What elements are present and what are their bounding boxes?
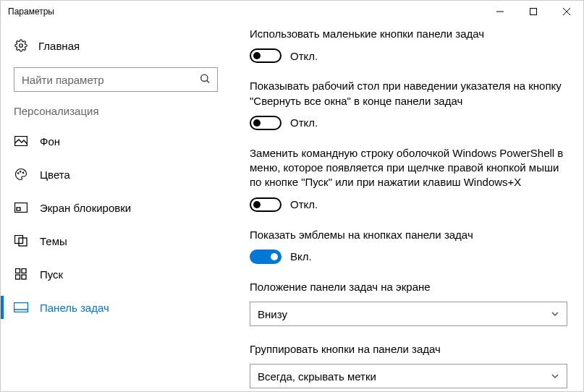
lockscreen-icon — [14, 203, 28, 213]
sidebar-item-label: Фон — [40, 135, 60, 148]
colors-icon — [14, 168, 28, 181]
setting-label: Положение панели задач на экране — [250, 280, 567, 294]
setting-label: Использовать маленькие кнопки панели зад… — [250, 27, 567, 41]
select-value: Внизу — [258, 308, 287, 320]
sidebar-item-label: Цвета — [40, 169, 70, 181]
toggle-powershell-replace[interactable] — [250, 197, 282, 212]
setting-taskbar-position: Положение панели задач на экране Внизу — [250, 280, 567, 326]
setting-label: Заменить командную строку оболочкой Wind… — [250, 146, 567, 190]
sidebar-item-label: Темы — [40, 235, 67, 247]
toggle-state: Откл. — [290, 50, 318, 62]
window-title: Параметры — [8, 7, 54, 17]
window-controls — [483, 1, 583, 22]
search-icon — [199, 73, 211, 87]
sidebar-item-start[interactable]: Пуск — [1, 257, 231, 291]
select-value: Всегда, скрывать метки — [258, 370, 376, 383]
sidebar-item-label: Экран блокировки — [40, 202, 131, 214]
svg-rect-16 — [22, 269, 26, 273]
themes-icon — [14, 235, 28, 247]
select-taskbar-position[interactable]: Внизу — [250, 302, 567, 326]
settings-window: Параметры Главная — [0, 0, 584, 392]
toggle-small-taskbar-buttons[interactable] — [250, 48, 282, 63]
svg-point-10 — [22, 172, 24, 174]
maximize-icon — [530, 8, 537, 15]
svg-rect-12 — [17, 208, 20, 210]
svg-rect-15 — [16, 269, 20, 273]
maximize-button[interactable] — [517, 1, 550, 22]
toggle-state: Откл. — [290, 198, 318, 210]
svg-point-4 — [20, 44, 23, 48]
sidebar-item-themes[interactable]: Темы — [1, 224, 231, 257]
svg-rect-17 — [16, 275, 20, 279]
toggle-peek-desktop[interactable] — [250, 116, 282, 130]
setting-label: Показать эмблемы на кнопках панели задач — [250, 228, 567, 242]
svg-line-6 — [207, 80, 209, 82]
sidebar-item-taskbar[interactable]: Панель задач — [1, 291, 231, 324]
setting-small-taskbar-buttons: Использовать маленькие кнопки панели зад… — [250, 27, 567, 63]
svg-point-9 — [20, 171, 22, 173]
setting-show-badges: Показать эмблемы на кнопках панели задач… — [250, 228, 567, 264]
setting-label: Группировать кнопки на панели задач — [250, 342, 567, 357]
sidebar: Главная Персонализация Фон Цвета — [1, 22, 231, 391]
minimize-icon — [496, 8, 504, 15]
close-button[interactable] — [550, 1, 583, 22]
section-header: Персонализация — [1, 105, 231, 124]
sidebar-item-colors[interactable]: Цвета — [1, 158, 231, 191]
svg-point-5 — [201, 74, 208, 81]
search-input[interactable] — [14, 67, 218, 92]
background-icon — [14, 136, 28, 146]
setting-combine-buttons: Группировать кнопки на панели задач Всег… — [250, 342, 567, 388]
select-combine-buttons[interactable]: Всегда, скрывать метки — [250, 364, 567, 388]
taskbar-icon — [14, 302, 28, 312]
toggle-state: Откл. — [290, 116, 318, 129]
start-icon — [14, 268, 28, 280]
svg-rect-1 — [530, 9, 537, 15]
chevron-down-icon — [551, 308, 559, 320]
setting-peek-desktop: Показывать рабочий стол при наведении ук… — [250, 79, 567, 130]
svg-rect-19 — [14, 303, 28, 312]
sidebar-item-background[interactable]: Фон — [1, 124, 231, 158]
home-nav[interactable]: Главная — [1, 31, 231, 60]
setting-label: Показывать рабочий стол при наведении ук… — [250, 79, 567, 108]
setting-powershell-replace: Заменить командную строку оболочкой Wind… — [250, 146, 567, 212]
toggle-state: Вкл. — [290, 250, 312, 263]
content-pane: Использовать маленькие кнопки панели зад… — [231, 22, 583, 391]
sidebar-item-lockscreen[interactable]: Экран блокировки — [1, 191, 231, 224]
svg-point-8 — [18, 173, 20, 174]
sidebar-item-label: Панель задач — [40, 302, 109, 314]
sidebar-item-label: Пуск — [40, 268, 63, 281]
gear-icon — [14, 39, 28, 52]
search-wrap — [14, 67, 218, 92]
svg-rect-18 — [22, 275, 26, 279]
minimize-button[interactable] — [483, 1, 517, 22]
close-icon — [563, 8, 570, 15]
titlebar: Параметры — [1, 1, 583, 22]
home-label: Главная — [38, 40, 80, 52]
chevron-down-icon — [551, 370, 559, 383]
toggle-show-badges[interactable] — [250, 250, 282, 264]
